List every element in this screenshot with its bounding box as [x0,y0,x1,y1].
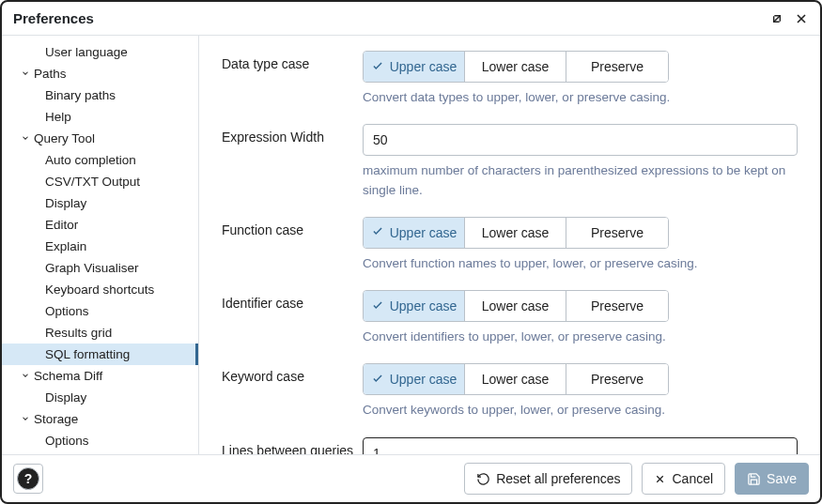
sidebar-item-paths[interactable]: Paths [2,63,198,84]
sidebar-item-label: Keyboard shortcuts [45,283,154,297]
sidebar-item-label: Paths [34,67,67,81]
check-icon [371,224,384,240]
sidebar-item-results-grid[interactable]: Results grid [2,322,198,344]
sidebar-item-label: SQL formatting [45,347,130,361]
sidebar-item-sql-formatting[interactable]: SQL formatting [2,344,198,365]
sidebar-item-storage[interactable]: Storage [2,408,198,430]
datatype-option-0[interactable]: Upper case [364,52,465,82]
sidebar-item-label: Options [45,304,89,318]
sidebar-item-label: Results grid [45,326,112,340]
option-label: Lower case [482,59,550,74]
preferences-dialog: Preferences User languagePathsBinary pat… [0,0,822,504]
sidebar-item-label: Options [45,434,89,448]
identifier-option-2[interactable]: Preserve [566,291,668,321]
sidebar-item-graph-visualiser[interactable]: Graph Visualiser [2,257,198,279]
sidebar-item-csv-txt-output[interactable]: CSV/TXT Output [2,171,198,192]
sidebar-item-sd-display[interactable]: Display [2,387,198,408]
function-segmented[interactable]: Upper caseLower casePreserve [363,217,669,249]
sidebar-item-label: Auto completion [45,153,136,167]
option-label: Preserve [591,298,644,313]
keyword-label: Keyword case [222,363,363,420]
option-label: Preserve [591,372,644,387]
function-option-2[interactable]: Preserve [566,218,668,248]
sidebar-item-label: Query Tool [34,131,95,145]
check-icon [371,298,384,314]
keyword-option-1[interactable]: Lower case [465,364,566,394]
sidebar-item-label: Binary paths [45,88,116,102]
lines-label: Lines between queries [222,437,363,455]
datatype-segmented[interactable]: Upper caseLower casePreserve [363,51,669,83]
check-icon [371,372,384,388]
option-label: Lower case [482,372,550,387]
sidebar-item-keyboard-shortcuts[interactable]: Keyboard shortcuts [2,279,198,300]
sidebar-item-user-language[interactable]: User language [2,41,198,63]
keyword-option-0[interactable]: Upper case [364,364,465,394]
sidebar-item-label: Graph Visualiser [45,261,139,275]
sidebar-item-label: Help [45,110,71,124]
option-label: Preserve [591,225,644,240]
datatype-option-1[interactable]: Lower case [465,52,566,82]
cancel-label: Cancel [672,471,713,486]
identifier-help: Convert identifiers to upper, lower, or … [363,328,798,346]
exprwidth-input[interactable] [363,124,798,156]
sidebar-item-label: Storage [34,412,78,426]
sidebar-item-label: Editor [45,218,78,232]
sidebar-item-editor[interactable]: Editor [2,214,198,236]
option-label: Lower case [482,225,550,240]
sidebar-item-label: Schema Diff [34,369,102,383]
chevron-down-icon [19,412,32,426]
datatype-help: Convert data types to upper, lower, or p… [363,88,798,107]
sidebar-item-label: User language [45,45,128,59]
datatype-option-2[interactable]: Preserve [566,52,668,82]
option-label: Upper case [390,225,458,240]
dialog-title: Preferences [13,10,94,26]
identifier-option-0[interactable]: Upper case [364,291,465,321]
save-label: Save [767,471,797,486]
sidebar-item-query-tool[interactable]: Query Tool [2,128,198,149]
sidebar-item-schema-diff[interactable]: Schema Diff [2,365,198,387]
sidebar-item-qt-options[interactable]: Options [2,300,198,322]
reset-label: Reset all preferences [496,471,620,486]
preferences-tree[interactable]: User languagePathsBinary pathsHelpQuery … [2,36,199,454]
sidebar-item-storage-options[interactable]: Options [2,430,198,451]
chevron-down-icon [19,369,32,383]
preferences-panel: Data type caseUpper caseLower casePreser… [199,36,820,454]
save-button[interactable]: Save [735,463,809,495]
function-option-1[interactable]: Lower case [465,218,566,248]
cancel-button[interactable]: Cancel [642,463,725,495]
sidebar-item-binary-paths[interactable]: Binary paths [2,84,198,106]
help-button[interactable]: ? [17,467,39,490]
option-label: Upper case [390,372,458,387]
titlebar: Preferences [2,2,820,36]
exprwidth-help: maximum number of characters in parenthe… [363,161,798,200]
sidebar-item-auto-completion[interactable]: Auto completion [2,149,198,171]
option-label: Upper case [390,298,458,313]
keyword-segmented[interactable]: Upper caseLower casePreserve [363,363,669,395]
sidebar-item-help[interactable]: Help [2,106,198,128]
sidebar-item-explain[interactable]: Explain [2,236,198,257]
function-label: Function case [222,217,363,273]
chevron-down-icon [19,131,32,145]
lines-input[interactable] [363,437,798,455]
sidebar-item-label: Explain [45,239,86,253]
datatype-label: Data type case [222,51,363,107]
option-label: Lower case [482,298,550,313]
identifier-option-1[interactable]: Lower case [465,291,566,321]
identifier-segmented[interactable]: Upper caseLower casePreserve [363,290,669,322]
sidebar-item-label: Display [45,390,86,405]
dialog-footer: ? Reset all preferences Cancel Save [2,454,820,502]
exprwidth-label: Expression Width [222,124,363,200]
identifier-label: Identifier case [222,290,363,346]
keyword-help: Convert keywords to upper, lower, or pre… [363,401,798,420]
function-help: Convert function names to upper, lower, … [363,254,798,273]
option-label: Preserve [591,59,644,74]
function-option-0[interactable]: Upper case [364,218,465,248]
sidebar-item-label: Display [45,196,86,210]
reset-button[interactable]: Reset all preferences [464,463,632,495]
close-icon[interactable] [794,11,809,26]
expand-icon[interactable] [769,11,784,26]
keyword-option-2[interactable]: Preserve [566,364,668,394]
check-icon [371,59,384,75]
sidebar-item-qt-display[interactable]: Display [2,192,198,214]
option-label: Upper case [390,59,458,74]
